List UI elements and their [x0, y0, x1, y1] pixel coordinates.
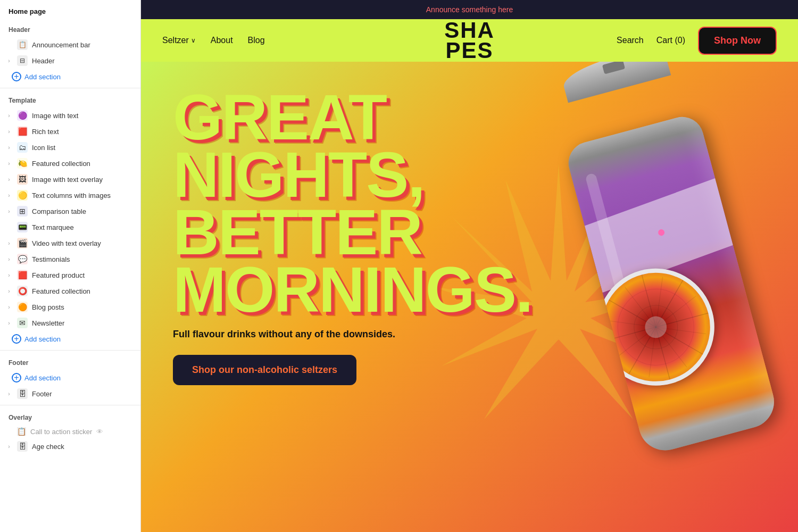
hero-text: GREAT NIGHTS, BETTER MORNINGS. Full flav…: [173, 83, 532, 385]
sidebar-item-video-text-overlay[interactable]: › 🎬 Video with text overlay: [0, 235, 140, 251]
divider-3: [0, 405, 140, 405]
svg-point-9: [643, 314, 669, 340]
chevron-icon: ›: [5, 58, 13, 64]
cart-link[interactable]: Cart (0): [656, 36, 685, 45]
sidebar-item-comparison-table[interactable]: › ⊞ Comparison table: [0, 203, 140, 219]
chevron-icon: ›: [5, 113, 13, 119]
visibility-icon: 👁: [96, 428, 103, 436]
item-icon: 🟣: [17, 110, 28, 121]
item-icon: 📋: [17, 427, 26, 436]
chevron-icon: ›: [5, 129, 13, 135]
headline-line4: MORNINGS.: [173, 261, 532, 318]
logo-line2: PES: [444, 40, 495, 61]
sidebar-item-icon-list[interactable]: › 🗂 Icon list: [0, 139, 140, 155]
search-link[interactable]: Search: [617, 36, 644, 45]
site-nav: Seltzer ∨ About Blog SHA PES Search Cart…: [141, 19, 798, 62]
footer-section-label: Footer: [0, 354, 140, 370]
add-circle-icon: +: [12, 373, 21, 383]
nav-blog[interactable]: Blog: [248, 36, 265, 45]
overlay-section-label: Overlay: [0, 409, 140, 425]
item-icon: ⭕: [17, 286, 28, 296]
sidebar-item-text-marquee[interactable]: 📟 Text marquee: [0, 219, 140, 235]
hero-section: GREAT NIGHTS, BETTER MORNINGS. Full flav…: [141, 62, 798, 532]
item-icon: 💬: [17, 254, 28, 264]
sidebar-item-age-check[interactable]: › 🗄 Age check: [0, 438, 140, 454]
add-circle-icon: +: [12, 72, 21, 81]
sidebar-item-newsletter[interactable]: › ✉ Newsletter: [0, 315, 140, 331]
sidebar-item-image-text-overlay[interactable]: › 🖼 Image with text overlay: [0, 171, 140, 187]
main-content: Announce something here Seltzer ∨ About …: [141, 0, 798, 532]
sidebar-item-featured-collection-1[interactable]: › 🍋 Featured collection: [0, 155, 140, 171]
item-icon: 🟥: [17, 270, 28, 280]
sidebar-item-featured-collection-2[interactable]: › ⭕ Featured collection: [0, 283, 140, 299]
can-top: [560, 62, 671, 103]
item-label: Icon list: [32, 144, 132, 152]
template-add-section[interactable]: + Add section: [0, 331, 140, 347]
seltzer-chevron-icon: ∨: [191, 37, 196, 44]
sidebar-item-featured-product[interactable]: › 🟥 Featured product: [0, 267, 140, 283]
item-label: Featured collection: [32, 160, 132, 168]
item-icon: 🖼: [17, 174, 28, 185]
item-label: Image with text overlay: [32, 176, 132, 184]
item-label: Footer: [32, 390, 132, 398]
chevron-icon: ›: [5, 240, 13, 246]
sidebar-item-testimonials[interactable]: › 💬 Testimonials: [0, 251, 140, 267]
template-section-label: Template: [0, 92, 140, 107]
item-icon: 🗄: [17, 388, 28, 399]
hero-headline: GREAT NIGHTS, BETTER MORNINGS.: [173, 88, 532, 318]
add-circle-icon: +: [12, 334, 21, 344]
sidebar-item-image-with-text[interactable]: › 🟣 Image with text: [0, 107, 140, 123]
item-icon: 🗄: [17, 441, 28, 452]
header-add-section-label: Add section: [24, 73, 61, 81]
header-add-section[interactable]: + Add section: [0, 69, 140, 85]
header-icon: ⊟: [17, 55, 28, 66]
chevron-icon: ›: [5, 320, 13, 326]
hero-cta-button[interactable]: Shop our non-alcoholic seltzers: [173, 355, 356, 385]
chevron-icon: ›: [5, 145, 13, 151]
can-tab: [602, 62, 625, 74]
chevron-icon: ›: [5, 177, 13, 182]
headline-line2: NIGHTS,: [173, 146, 532, 203]
item-label: Featured product: [32, 271, 132, 279]
item-label: Rich text: [32, 128, 132, 136]
item-label: Call to action sticker: [30, 428, 92, 436]
announcement-bar-icon: 📋: [17, 39, 28, 50]
item-icon: 🟡: [17, 190, 28, 201]
nav-about[interactable]: About: [211, 36, 233, 45]
sidebar-item-cta-sticker[interactable]: 📋 Call to action sticker 👁: [0, 425, 140, 438]
item-label: Comparison table: [32, 207, 132, 215]
divider-1: [0, 88, 140, 88]
item-label: Text columns with images: [32, 192, 132, 200]
item-label: Newsletter: [32, 319, 132, 327]
sidebar-item-blog-posts[interactable]: › 🟠 Blog posts: [0, 299, 140, 315]
sidebar-item-footer[interactable]: › 🗄 Footer: [0, 386, 140, 402]
item-icon: ✉: [17, 318, 28, 328]
announcement-bar-label: Announcement bar: [32, 41, 132, 49]
sidebar-item-text-columns-images[interactable]: › 🟡 Text columns with images: [0, 187, 140, 203]
headline-line3: BETTER: [173, 203, 532, 261]
hero-subtext: Full flavour drinks without any of the d…: [173, 329, 532, 340]
nav-links: Seltzer ∨ About Blog: [162, 36, 265, 45]
item-label: Featured collection: [32, 287, 132, 295]
chevron-icon: ›: [5, 161, 13, 167]
chevron-icon: ›: [5, 288, 13, 294]
item-label: Image with text: [32, 112, 132, 120]
item-icon: 🟠: [17, 302, 28, 312]
sidebar-item-announcement-bar[interactable]: 📋 Announcement bar: [0, 37, 140, 53]
item-label: Age check: [32, 443, 132, 451]
item-label: Video with text overlay: [32, 239, 132, 247]
item-label: Testimonials: [32, 255, 132, 263]
sidebar-item-rich-text[interactable]: › 🟥 Rich text: [0, 123, 140, 139]
sidebar-item-header[interactable]: › ⊟ Header: [0, 53, 140, 69]
item-icon: 🗂: [17, 142, 28, 153]
chevron-icon: ›: [5, 304, 13, 310]
header-label: Header: [32, 57, 132, 65]
footer-add-section[interactable]: + Add section: [0, 370, 140, 386]
shop-now-button[interactable]: Shop Now: [698, 27, 777, 55]
nav-seltzer[interactable]: Seltzer ∨: [162, 36, 196, 45]
chevron-icon: ›: [5, 209, 13, 214]
page-title: Home page: [0, 7, 140, 21]
divider-2: [0, 350, 140, 351]
template-add-section-label: Add section: [24, 335, 61, 343]
site-logo: SHA PES: [444, 20, 495, 61]
